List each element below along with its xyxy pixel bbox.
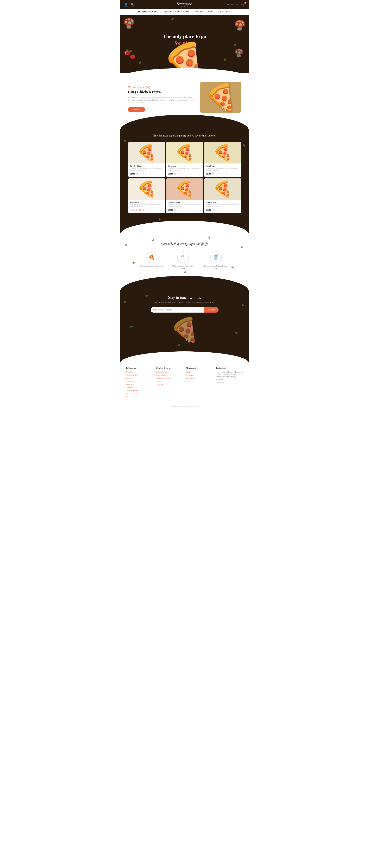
product-desc-barbeky: Pizza is one of those things which bring… [130, 167, 163, 172]
deal-description: Tangy BBQ sauce is topped with mozzarell… [128, 96, 195, 104]
product-name-alfredo: Pizza Alfredo [206, 201, 239, 203]
product-stars-hawaii: ★★★★☆ [216, 173, 223, 175]
products-grid: 🍕 Barbeky deluxe Pizza is one of those t… [128, 142, 241, 213]
footer-link-shipping[interactable]: Shipping & Returns [156, 371, 183, 373]
nav-item-chicken[interactable]: CHICKEN & PRAWN PIZZAS [164, 11, 190, 13]
main-nav: TRADITIONAL PIZZAS CHICKEN & PRAWN PIZZA… [120, 9, 249, 15]
footer-testimonials-title: Testimonials [216, 367, 243, 369]
footer-link-privacy[interactable]: Privacy Policy [126, 380, 153, 383]
transition-to-dark [120, 121, 249, 130]
product-reviews-alfredo: 1 review [224, 209, 228, 211]
product-image-hawaii: 🍕 [204, 142, 241, 163]
add-to-cart-pepperoni[interactable]: 🛒 [174, 209, 177, 211]
deal-label: Hot deal of this spring! [128, 86, 195, 89]
transition-to-footer [120, 353, 249, 363]
hero-section: 🍄 🍄 🍄 🍅 🍅 The only place to go for pizza… [120, 15, 249, 73]
product-name-carbonara: Carbonara [168, 165, 201, 167]
footer-link-newsletter[interactable]: Newsletter Subscription [126, 396, 153, 398]
juice-feature-icon: 🥤 [210, 251, 222, 263]
footer-link-orders[interactable]: Orders and Returns [126, 390, 153, 392]
footer-link-wishlist[interactable]: My Wishlist [186, 374, 213, 376]
feature-item-juice: 🥤 Free fresh-squeezed juices with every … [203, 251, 229, 270]
add-to-cart-hawaii[interactable]: 🛒 [212, 173, 215, 175]
header-left-icons: 👤 🔍 [124, 3, 164, 7]
product-image-pepperoni: 🍕 [166, 178, 203, 200]
product-card-alfredo: 🍕 Pizza Alfredo Pizza is one of those th… [204, 178, 241, 213]
add-to-cart-margo[interactable]: 🛒 [142, 209, 145, 211]
product-price-alfredo: $15.00 [206, 209, 211, 211]
logo[interactable]: Saturnino ✦ ✦ ✦ [164, 2, 205, 7]
cart-count: 0 [244, 2, 247, 4]
product-stars-margo: ★★★★☆ [146, 209, 153, 211]
footer-link-customer[interactable]: Customer Service [126, 374, 153, 376]
footer-link-affiliates[interactable]: Affiliates [156, 380, 183, 383]
footer-link-group[interactable]: Group Sales [156, 383, 183, 386]
footer-link-signin[interactable]: Sign In [186, 371, 213, 373]
features-section: ✦ ✦ ✦ Extremely thin, crispy, light and … [120, 234, 249, 280]
newsletter-pizza-preview: 🍕 [124, 318, 245, 342]
footer-link-search[interactable]: Search Terms [126, 383, 153, 386]
product-card-pepperoni: 🍕 Pepperoni pizza Pizza is one of those … [166, 178, 203, 213]
dining-feature-icon: 🍴 [177, 251, 189, 263]
product-price-old-margo: $32.00 [130, 209, 135, 211]
product-image-carbonara: 🍕 [166, 142, 203, 163]
nav-item-vegetarian[interactable]: VEGETARIAN PIZZA [195, 11, 213, 13]
features-grid: 🍕 Perfect pizzas made the Italian way. 🍴… [124, 251, 245, 270]
feature-text-pizza: Perfect pizzas made the Italian way. [140, 265, 163, 268]
product-reviews-pepperoni: 1 review [186, 209, 191, 211]
product-image-alfredo: 🍕 [204, 178, 241, 200]
add-to-cart-alfredo[interactable]: 🛒 [212, 209, 215, 211]
footer-link-advanced-search[interactable]: Advanced Search [126, 393, 153, 395]
product-card-carbonara: 🍕 Carbonara Pizza is one of those things… [166, 142, 203, 177]
product-name-pepperoni: Pepperoni pizza [168, 201, 201, 203]
product-card-hawaii: 🍕 Hawaii big Pizza is one of those thing… [204, 142, 241, 177]
copyright-text: © 2017 Magento Demo Store. All Rights Re… [169, 405, 200, 407]
phone-number: 1 800 597 47 99 [227, 4, 238, 6]
products-title: Buy the most appetizing pizza you've nev… [124, 134, 245, 137]
newsletter-subscribe-button[interactable]: Subscribe [204, 307, 219, 313]
footer-link-track[interactable]: Track My Order [186, 377, 213, 379]
nav-item-traditional[interactable]: TRADITIONAL PIZZAS [138, 11, 159, 13]
product-image-margo: 🍕 [128, 178, 165, 200]
tomato-decoration-2: 🍅 [130, 54, 136, 59]
product-desc-alfredo: Pizza is one of those things which bring… [206, 204, 239, 208]
logo-text: Saturnino [177, 2, 192, 6]
footer-link-contact[interactable]: Contact Us [126, 386, 153, 389]
product-card-barbeky: 🍕 Barbeky deluxe Pizza is one of those t… [128, 142, 165, 177]
footer-link-template[interactable]: Template Settings [126, 377, 153, 379]
footer-link-secure[interactable]: Secure Shopping [156, 374, 183, 376]
product-desc-carbonara: Pizza is one of those things which bring… [168, 167, 201, 172]
product-name-barbeky: Barbeky deluxe [130, 165, 163, 167]
product-price-pepperoni: $33.00 [168, 209, 173, 211]
product-desc-margo: Pizza is one of those things which bring… [130, 204, 163, 208]
footer-info-title: Information [126, 367, 153, 369]
transition-to-newsletter [120, 280, 249, 291]
product-card-margo: 🍕 Margo pizza Pizza is one of those thin… [128, 178, 165, 213]
product-price-barbeky: $23.00 [130, 173, 135, 175]
footer-copyright: © 2017 Magento Demo Store. All Rights Re… [126, 403, 243, 409]
product-image-barbeky: 🍕 [128, 142, 165, 163]
cart-icon: 🛒 [241, 3, 245, 6]
shop-now-button[interactable]: Shop now [128, 107, 145, 112]
footer-link-about[interactable]: About Us [126, 371, 153, 373]
nav-item-chefs[interactable]: CHEF'S BEST [219, 11, 231, 13]
add-to-cart-carbonara[interactable]: 🛒 [174, 173, 177, 175]
header: 👤 🔍 Saturnino ✦ ✦ ✦ 1 800 597 47 99 🛒 0 [120, 0, 249, 9]
footer-why-buy: Why buy from us Shipping & Returns Secur… [156, 367, 183, 399]
transition-to-white [120, 223, 249, 234]
newsletter-email-input[interactable] [150, 307, 204, 313]
footer-testimonials: Testimonials I have very impressed at th… [216, 367, 243, 399]
search-icon[interactable]: 🔍 [131, 3, 135, 7]
footer-link-help[interactable]: Help [186, 380, 213, 383]
pizza-feature-icon: 🍕 [146, 251, 157, 263]
product-stars-barbeky: ★★★★☆ [140, 173, 147, 175]
footer-link-intl[interactable]: International Shipping [156, 377, 183, 379]
deal-image: 🍕 [200, 82, 241, 113]
product-desc-pepperoni: Pizza is one of those things which bring… [168, 204, 201, 208]
add-to-cart-barbeky[interactable]: 🛒 [136, 173, 139, 175]
footer: Information About Us Customer Service Te… [120, 363, 249, 409]
product-reviews-carbonara: 2 reviews [186, 173, 191, 175]
cart-button[interactable]: 🛒 0 [241, 3, 245, 7]
product-reviews-hawaii: 1 review [224, 173, 228, 175]
user-icon[interactable]: 👤 [124, 3, 128, 7]
